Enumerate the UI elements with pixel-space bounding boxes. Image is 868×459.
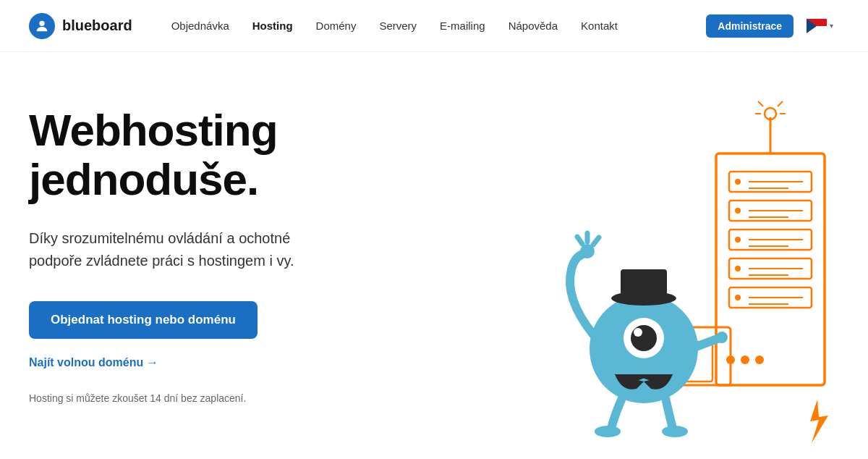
svg-line-31: [778, 101, 783, 106]
main-nav: Objednávka Hosting Domény Servery E-mail…: [161, 14, 707, 38]
hero-title: Webhosting jednoduše.: [29, 106, 463, 204]
svg-rect-42: [621, 269, 667, 301]
domain-search-link[interactable]: Najít volnou doménu →: [29, 356, 463, 369]
svg-line-46: [593, 237, 599, 245]
svg-line-44: [577, 237, 582, 244]
svg-point-12: [735, 237, 741, 243]
svg-point-13: [735, 266, 741, 271]
svg-point-11: [735, 208, 741, 214]
cta-button[interactable]: Objednat hosting nebo doménu: [29, 301, 258, 339]
nav-item-servery[interactable]: Servery: [369, 14, 427, 38]
svg-point-0: [39, 20, 44, 25]
svg-point-40: [634, 328, 642, 337]
nav-item-emailing[interactable]: E-mailing: [430, 14, 495, 38]
logo-text: blueboard: [62, 17, 132, 34]
svg-line-30: [758, 101, 763, 106]
nav-item-objednavka[interactable]: Objednávka: [161, 14, 239, 38]
nav-item-domeny[interactable]: Domény: [306, 14, 367, 38]
header-right: Administrace ▾: [706, 14, 839, 38]
hero-content: Webhosting jednoduše. Díky srozumitelném…: [29, 106, 463, 404]
admin-button[interactable]: Administrace: [706, 14, 793, 38]
svg-point-39: [631, 325, 657, 351]
nav-item-kontakt[interactable]: Kontakt: [571, 14, 628, 38]
trial-text: Hosting si můžete zkoušet 14 dní bez zap…: [29, 392, 463, 404]
svg-point-48: [595, 426, 621, 437]
svg-point-47: [716, 332, 728, 343]
hero-section: Webhosting jednoduše. Díky srozumitelném…: [0, 52, 868, 443]
svg-point-14: [735, 295, 741, 300]
hero-subtitle: Díky srozumitelnému ovládání a ochotnépo…: [29, 227, 391, 272]
svg-marker-34: [810, 400, 828, 443]
flag-icon: [807, 19, 827, 33]
logo[interactable]: blueboard: [29, 13, 132, 39]
svg-point-26: [741, 355, 749, 364]
hero-illustration: [506, 81, 854, 443]
logo-icon: [29, 13, 55, 39]
svg-point-10: [735, 179, 741, 185]
svg-point-49: [662, 426, 688, 437]
site-header: blueboard Objednávka Hosting Domény Serv…: [0, 0, 868, 52]
chevron-down-icon: ▾: [830, 22, 833, 30]
nav-item-napoveda[interactable]: Nápověda: [498, 14, 568, 38]
svg-point-27: [755, 355, 764, 364]
nav-item-hosting[interactable]: Hosting: [242, 14, 303, 38]
language-selector[interactable]: ▾: [801, 16, 839, 36]
